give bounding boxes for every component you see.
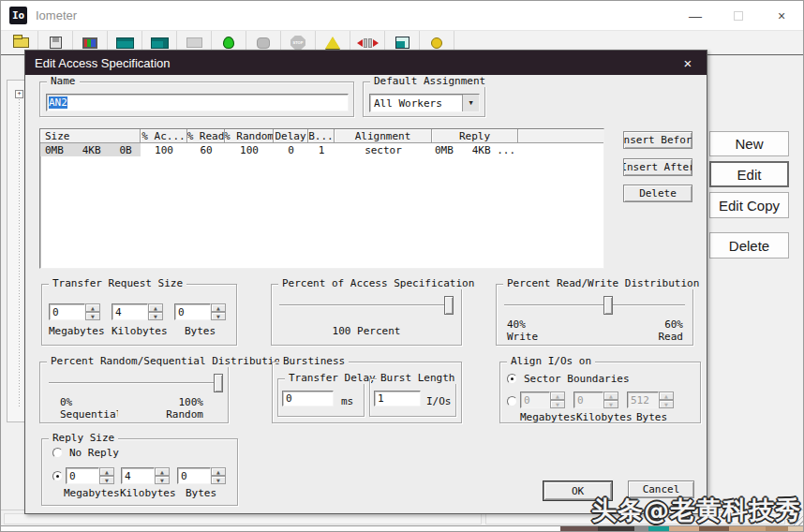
reply-kilobytes-updown[interactable]: ▲▼: [155, 467, 170, 484]
spin-down-icon[interactable]: ▼: [211, 312, 226, 320]
reply-megabytes-updown[interactable]: ▲▼: [99, 467, 114, 484]
default-assignment-combo[interactable]: All Workers ▼: [369, 94, 480, 112]
spin-down-icon[interactable]: ▼: [211, 476, 226, 484]
insert-before-button[interactable]: Insert Before: [623, 131, 692, 149]
trs-kilobytes-updown[interactable]: ▲▼: [148, 303, 163, 320]
table-row[interactable]: 0MB 4KB 0B 100 60 100 0 1 sector 0MB 4KB…: [40, 143, 603, 156]
col-pct-access[interactable]: % Ac...: [141, 129, 187, 143]
col-pct-random[interactable]: % Random: [225, 129, 274, 143]
trs-bytes-value[interactable]: 0: [174, 303, 211, 320]
cell-pct-access[interactable]: 100: [141, 143, 187, 156]
trs-megabytes-value[interactable]: 0: [49, 303, 85, 320]
percent-access-slider[interactable]: [279, 296, 454, 315]
spin-up-icon[interactable]: ▲: [211, 467, 226, 476]
spin-up-icon[interactable]: ▲: [211, 303, 226, 312]
spin-up-icon[interactable]: ▲: [550, 392, 565, 400]
reply-size-radio[interactable]: [52, 471, 63, 481]
spin-up-icon[interactable]: ▲: [155, 467, 170, 476]
spin-up-icon[interactable]: ▲: [659, 392, 674, 400]
cell-burst[interactable]: 1: [308, 143, 335, 156]
trs-kilobytes-spinner[interactable]: 4 ▲▼: [112, 303, 163, 320]
percent-access-caption: 100 Percent: [271, 325, 462, 337]
read-write-slider[interactable]: [504, 296, 685, 315]
insert-after-button[interactable]: Insert After: [623, 158, 692, 176]
topology-tree-panel[interactable]: +: [7, 80, 26, 422]
cell-alignment[interactable]: sector: [335, 143, 432, 156]
spin-down-icon[interactable]: ▼: [155, 476, 170, 484]
align-bytes-unit: Bytes: [636, 411, 667, 423]
col-size[interactable]: Size: [40, 129, 141, 143]
align-bytes-updown[interactable]: ▲▼: [659, 392, 674, 408]
minimize-button[interactable]: —: [674, 1, 717, 31]
spin-up-icon[interactable]: ▲: [99, 467, 114, 476]
col-alignment[interactable]: Alignment: [335, 129, 432, 143]
align-kilobytes-spinner[interactable]: 0 ▲▼: [573, 392, 618, 408]
random-sequential-label: Percent Random/Sequential Distribution: [47, 355, 290, 367]
iometer-logo-icon: Io: [9, 7, 27, 24]
access-spec-table[interactable]: Size % Ac... % Read % Random Delay B... …: [39, 128, 604, 269]
combo-dropdown-button[interactable]: ▼: [462, 95, 479, 111]
trs-megabytes-spinner[interactable]: 0 ▲▼: [49, 303, 100, 320]
delete-access-spec-button[interactable]: Delete: [709, 232, 789, 259]
new-access-spec-button[interactable]: New: [709, 131, 789, 156]
trs-bytes-spinner[interactable]: 0 ▲▼: [174, 303, 226, 320]
align-kilobytes-value[interactable]: 0: [573, 392, 603, 408]
trs-megabytes-updown[interactable]: ▲▼: [85, 303, 100, 320]
random-sequential-slider[interactable]: [49, 374, 223, 392]
align-megabytes-spinner[interactable]: 0 ▲▼: [520, 392, 565, 408]
reply-bytes-spinner[interactable]: 0 ▲▼: [177, 467, 226, 484]
cell-size[interactable]: 0MB 4KB 0B: [40, 143, 141, 156]
cell-reply[interactable]: 0MB 4KB ...: [432, 143, 518, 156]
trs-bytes-updown[interactable]: ▲▼: [211, 303, 226, 320]
no-reply-radio[interactable]: [52, 448, 63, 458]
spin-up-icon[interactable]: ▲: [85, 303, 100, 312]
align-bytes-spinner[interactable]: 512 ▲▼: [627, 392, 674, 408]
burst-length-input[interactable]: 1: [374, 391, 421, 406]
reply-kilobytes-spinner[interactable]: 4 ▲▼: [121, 467, 170, 484]
col-burst[interactable]: B...: [308, 129, 335, 143]
slider-thumb[interactable]: [444, 296, 454, 315]
dialog-close-button[interactable]: ×: [676, 54, 700, 72]
slider-thumb[interactable]: [214, 374, 223, 392]
trs-kilobytes-value[interactable]: 4: [112, 303, 148, 320]
sector-boundaries-radio[interactable]: [507, 374, 517, 384]
align-megabytes-updown[interactable]: ▲▼: [550, 392, 565, 408]
col-reply[interactable]: Reply: [432, 129, 518, 143]
align-megabytes-value[interactable]: 0: [520, 392, 550, 408]
col-pct-read[interactable]: % Read: [187, 129, 225, 143]
spin-down-icon[interactable]: ▼: [99, 476, 114, 484]
transfer-delay-input[interactable]: 0: [282, 391, 334, 406]
name-input[interactable]: AN2: [46, 94, 349, 111]
reply-megabytes-spinner[interactable]: 0 ▲▼: [66, 467, 114, 484]
custom-align-radio[interactable]: [507, 396, 517, 406]
chevron-down-icon: ▼: [469, 99, 472, 107]
cell-delay[interactable]: 0: [274, 143, 308, 156]
close-button[interactable]: ×: [760, 1, 803, 31]
edit-copy-access-spec-button[interactable]: Edit Copy: [709, 192, 789, 218]
spin-down-icon[interactable]: ▼: [659, 400, 674, 408]
spin-down-icon[interactable]: ▼: [148, 312, 163, 320]
delete-row-button[interactable]: Delete: [623, 185, 692, 202]
dialog-titlebar[interactable]: Edit Access Specification ×: [25, 51, 707, 75]
cell-pct-random[interactable]: 100: [225, 143, 274, 156]
help-icon: [431, 37, 442, 49]
reply-kilobytes-value[interactable]: 4: [121, 467, 155, 484]
slider-thumb[interactable]: [603, 296, 613, 315]
reply-megabytes-value[interactable]: 0: [66, 467, 99, 484]
align-bytes-value[interactable]: 512: [627, 392, 659, 408]
reply-bytes-value[interactable]: 0: [177, 467, 211, 484]
transfer-delay-unit: ms: [341, 395, 353, 407]
spin-down-icon[interactable]: ▼: [85, 312, 100, 320]
window-title: Iometer: [36, 8, 77, 22]
spin-up-icon[interactable]: ▲: [603, 392, 618, 400]
tree-expander-icon[interactable]: +: [15, 90, 23, 98]
spin-up-icon[interactable]: ▲: [148, 303, 163, 312]
reply-bytes-updown[interactable]: ▲▼: [211, 467, 226, 484]
maximize-button[interactable]: [717, 1, 760, 31]
spin-down-icon[interactable]: ▼: [603, 400, 618, 408]
cell-pct-read[interactable]: 60: [187, 143, 225, 156]
spin-down-icon[interactable]: ▼: [550, 400, 565, 408]
col-delay[interactable]: Delay: [274, 129, 308, 143]
align-kilobytes-updown[interactable]: ▲▼: [603, 392, 618, 408]
edit-access-spec-button[interactable]: Edit: [709, 161, 789, 187]
